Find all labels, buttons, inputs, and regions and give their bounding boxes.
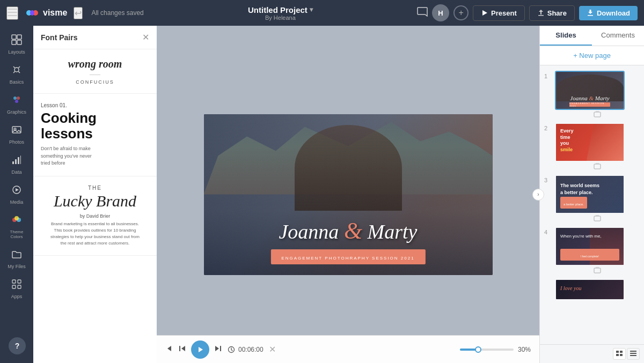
my-files-label: My Files <box>8 264 26 269</box>
zoom-slider-thumb[interactable] <box>475 346 481 353</box>
slide-thumb-1[interactable]: Joanna & Marty ENGAGEMENT SESSION 2021 <box>555 71 625 110</box>
tab-comments[interactable]: Comments <box>592 26 644 46</box>
font-pairs-close-button[interactable]: ✕ <box>142 32 149 42</box>
svg-rect-44 <box>620 351 623 353</box>
sidebar-item-my-files[interactable]: My Files <box>2 245 32 273</box>
sidebar-item-apps[interactable]: Apps <box>2 275 32 303</box>
my-files-icon <box>11 249 22 262</box>
playback-close-button[interactable]: ✕ <box>269 344 276 354</box>
thumb1-names: Joanna & Marty <box>556 95 624 101</box>
card1-subtext: CONFUCIUS <box>41 79 149 85</box>
thumb3-badge: a better place. <box>560 197 587 209</box>
slide-thumb-4[interactable]: When you're with me, I feel complete! <box>555 227 625 266</box>
slide-item-3: 3 The world seemsa better place. a bette… <box>544 174 640 224</box>
font-pair-card-1[interactable]: wrong room CONFUCIUS <box>33 49 157 94</box>
zoom-percent: 30% <box>518 346 531 353</box>
topbar-right-actions: H + Present Share Download <box>417 4 638 21</box>
canvas-content[interactable]: Joanna & Marty ENGAGEMENT PHOTOHRAPHY SE… <box>204 114 493 275</box>
card2-heading: Cookinglessons <box>41 110 149 141</box>
slide-text-main: Joanna & Marty <box>204 219 493 243</box>
svg-rect-48 <box>630 353 636 354</box>
grid-view-grid-button[interactable] <box>627 348 640 360</box>
add-collaborator-button[interactable]: + <box>453 5 469 20</box>
sidebar-item-data[interactable]: Data <box>2 150 32 179</box>
project-title-area: Untitled Project ▾ By Heleana <box>150 5 411 21</box>
grid-view-buttons <box>540 344 644 363</box>
thumb4-badge-text: I feel complete! <box>581 255 599 258</box>
sidebar-item-layouts[interactable]: Layouts <box>2 30 32 59</box>
share-button[interactable]: Share <box>529 5 575 21</box>
sidebar-item-theme-colors[interactable]: ThemeColors <box>2 210 32 243</box>
saved-status: All changes saved <box>91 9 143 17</box>
avatar[interactable]: H <box>432 4 449 21</box>
canvas-slide[interactable]: Joanna & Marty ENGAGEMENT PHOTOHRAPHY SE… <box>204 114 493 275</box>
card2-small: Lesson 01. <box>41 102 149 108</box>
slide-export-2[interactable] <box>594 163 601 171</box>
comment-button[interactable] <box>417 7 428 19</box>
slide-export-3[interactable] <box>594 215 601 223</box>
zoom-container: 30% <box>460 346 531 353</box>
zoom-slider[interactable] <box>460 349 514 351</box>
svg-rect-43 <box>616 351 619 353</box>
apps-label: Apps <box>11 294 23 299</box>
svg-rect-30 <box>12 285 16 288</box>
new-page-button[interactable]: + New page <box>540 46 644 65</box>
svg-rect-7 <box>538 15 544 16</box>
font-pair-card-3[interactable]: THE Lucky Brand by David Brier Brand mar… <box>33 176 157 256</box>
download-button[interactable]: Download <box>579 6 638 20</box>
slide-thumb-5[interactable]: I love you <box>555 279 625 300</box>
slide-thumb-container-3: The world seemsa better place. a better … <box>555 175 640 223</box>
card3-the: THE <box>41 185 149 191</box>
playback-next-button[interactable] <box>215 345 222 354</box>
svg-marker-36 <box>215 346 219 351</box>
main-area: Layouts Basics Graphics <box>0 26 644 363</box>
svg-rect-8 <box>588 15 593 16</box>
playback-prev-section-button[interactable] <box>165 345 173 354</box>
thumb5-text: I love you <box>560 285 581 291</box>
menu-icon[interactable] <box>6 6 18 20</box>
svg-rect-21 <box>18 157 19 164</box>
thumb3-badge-text: a better place. <box>564 203 584 206</box>
sidebar-item-photos[interactable]: Photos <box>2 120 32 149</box>
slide-export-4[interactable] <box>594 267 601 275</box>
help-button[interactable]: ? <box>9 337 26 354</box>
slide-export-1[interactable] <box>594 111 601 118</box>
playback-prev-button[interactable] <box>178 345 186 354</box>
sidebar-item-basics[interactable]: Basics <box>2 60 32 89</box>
slide-name1: Joanna <box>279 220 339 243</box>
font-pair-card-2[interactable]: Lesson 01. Cookinglessons Don't be afrai… <box>33 94 157 176</box>
slide-thumb-2[interactable]: Everytimeyousmile <box>555 123 625 162</box>
svg-rect-2 <box>8 15 17 16</box>
svg-marker-24 <box>16 188 19 191</box>
svg-point-15 <box>17 97 20 100</box>
svg-rect-1 <box>8 12 17 13</box>
photos-icon <box>11 124 22 138</box>
slide-item-5: I love you <box>544 278 640 301</box>
svg-rect-46 <box>620 354 623 356</box>
font-pairs-title: Font Pairs <box>41 33 77 42</box>
card3-brand: Lucky Brand <box>41 192 149 210</box>
tab-slides[interactable]: Slides <box>540 26 592 46</box>
undo-button[interactable]: ↩ <box>74 7 83 19</box>
card1-heading: wrong room <box>41 58 149 70</box>
photos-label: Photos <box>9 139 24 145</box>
svg-point-14 <box>13 97 17 100</box>
grid-view-list-button[interactable] <box>613 348 626 360</box>
layouts-icon <box>11 34 22 48</box>
graphics-label: Graphics <box>7 109 26 115</box>
playback-play-button[interactable] <box>191 340 209 359</box>
panel-collapse-button[interactable]: › <box>532 189 544 201</box>
sidebar-item-media[interactable]: Media <box>2 180 32 209</box>
project-title[interactable]: Untitled Project ▾ <box>248 5 313 14</box>
canvas-area: Joanna & Marty ENGAGEMENT PHOTOHRAPHY SE… <box>157 26 539 363</box>
playback-bar: 00:06:00 ✕ 30% <box>157 335 539 363</box>
present-button[interactable]: Present <box>473 5 525 21</box>
slide-name2: Marty <box>368 220 418 243</box>
sidebar-item-graphics[interactable]: Graphics <box>2 90 32 119</box>
font-pairs-panel: Font Pairs ✕ wrong room CONFUCIUS Lesson… <box>33 26 157 363</box>
svg-rect-47 <box>630 351 636 352</box>
right-panel: › Slides Comments + New page 1 Joanna & … <box>539 26 644 363</box>
graphics-icon <box>11 94 22 108</box>
svg-rect-11 <box>12 40 16 45</box>
slide-thumb-3[interactable]: The world seemsa better place. a better … <box>555 175 625 214</box>
